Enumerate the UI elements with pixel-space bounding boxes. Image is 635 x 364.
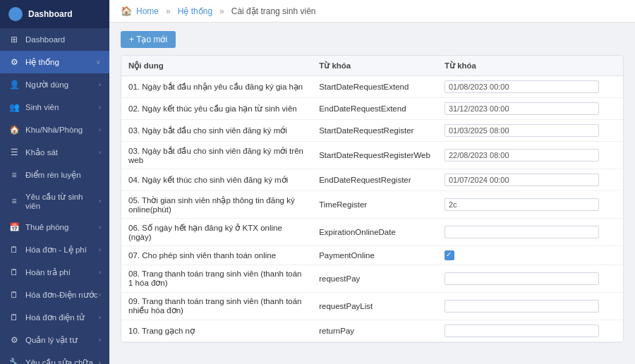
cell-noidung-6: 06. Số ngày hết hạn đăng ký ở KTX online… <box>121 219 312 246</box>
cell-tukhoa-9: requestPayList <box>312 293 437 320</box>
yeu-cau-sua-chua-chevron-icon: › <box>99 359 101 364</box>
thue-phong-icon: 📅 <box>8 222 20 233</box>
sidebar-item-diem-ren-luyen[interactable]: ≡Điểm rèn luyện <box>0 164 109 186</box>
table-body: 01. Ngày bắt đầu nhận yêu cầu đăng ký gi… <box>121 76 623 342</box>
cell-value-5 <box>437 191 623 219</box>
sidebar-item-hoa-don-dien-nuoc[interactable]: 🗒Hóa đơn-Điện nước› <box>0 284 109 306</box>
hoa-don-le-phi-chevron-icon: › <box>99 246 101 253</box>
cell-value-3 <box>437 142 623 169</box>
sidebar-item-dashboard[interactable]: ⊞Dashboard <box>0 28 109 51</box>
cell-noidung-4: 04. Ngày kết thúc cho sinh viên đăng ký … <box>121 169 312 191</box>
sidebar-item-label-hoan-tra-phi: Hoàn trả phí <box>25 267 71 277</box>
cell-value-6 <box>437 219 623 246</box>
sinh-vien-chevron-icon: › <box>99 104 101 111</box>
khu-nha-phong-icon: 🏠 <box>8 124 20 135</box>
sidebar-item-label-sinh-vien: Sinh viên <box>25 103 59 111</box>
content-area: + Tạo mới Nội dung Từ khóa Từ khóa 01. N… <box>109 23 635 364</box>
sidebar-item-thue-phong[interactable]: 📅Thuê phòng› <box>0 216 109 238</box>
table-row: 03. Ngày bắt đầu cho sinh viên đăng ký m… <box>121 120 623 142</box>
checkbox-7[interactable] <box>445 250 454 260</box>
khao-sat-icon: ☰ <box>8 147 20 158</box>
col-header-tukhoa1: Từ khóa <box>312 56 437 76</box>
value-input-3[interactable] <box>445 149 599 162</box>
value-input-6[interactable] <box>445 226 599 238</box>
cell-noidung-9: 09. Trang thanh toán trang sinh viên (th… <box>121 293 312 320</box>
table-row: 05. Thời gian sinh viên nhập thông tin đ… <box>121 191 623 219</box>
sidebar-item-yeu-cau-sv[interactable]: ≡Yêu cầu từ sinh viên› <box>0 186 109 216</box>
home-icon: 🏠 <box>121 6 132 16</box>
cell-noidung-8: 08. Trang thanh toán trang sinh viên (th… <box>121 265 312 293</box>
khu-nha-phong-chevron-icon: › <box>99 126 101 133</box>
sidebar-item-khao-sat[interactable]: ☰Khảo sát› <box>0 141 109 164</box>
table-row: 10. Trang gạch nợreturnPay <box>121 320 623 342</box>
sidebar: Dashboard ⊞Dashboard⚙Hệ thống∨👤Người dùn… <box>0 0 109 364</box>
sidebar-item-label-nguoi-dung: Người dùng <box>25 80 68 90</box>
sidebar-logo-label: Dashboard <box>28 9 73 19</box>
sidebar-item-label-dashboard: Dashboard <box>25 35 65 44</box>
cell-tukhoa-7: PaymentOnline <box>312 246 437 265</box>
cell-tukhoa-5: TimeRegister <box>312 191 437 219</box>
breadcrumb-system[interactable]: Hệ thống <box>178 6 212 16</box>
quan-ly-vat-tu-chevron-icon: › <box>99 336 101 344</box>
col-header-tukhoa2: Từ khóa <box>437 56 623 76</box>
yeu-cau-sv-icon: ≡ <box>8 195 20 207</box>
logo-icon <box>8 7 23 21</box>
cell-tukhoa-10: returnPay <box>312 320 437 342</box>
value-input-5[interactable] <box>445 198 599 211</box>
create-button[interactable]: + Tạo mới <box>121 31 176 48</box>
settings-table-container: Nội dung Từ khóa Từ khóa 01. Ngày bắt đầ… <box>121 55 624 343</box>
cell-noidung-2: 03. Ngày bắt đầu cho sinh viên đăng ký m… <box>121 120 312 142</box>
value-input-8[interactable] <box>445 272 599 285</box>
breadcrumb-home[interactable]: Home <box>136 6 159 16</box>
sidebar-item-label-quan-ly-vat-tu: Quản lý vật tư <box>25 335 78 345</box>
sinh-vien-icon: 👥 <box>8 102 20 113</box>
sidebar-item-yeu-cau-sua-chua[interactable]: 🔧Yêu cầu sửa chữa› <box>0 351 109 364</box>
sidebar-item-hoan-tra-phi[interactable]: 🗒Hoàn trả phí› <box>0 261 109 284</box>
checkbox-cell-7 <box>445 250 616 260</box>
sidebar-item-hoa-don-le-phi[interactable]: 🗒Hóa đơn - Lệ phí› <box>0 238 109 261</box>
cell-tukhoa-2: StartDateRequestRegister <box>312 120 437 142</box>
table-row: 08. Trang thanh toán trang sinh viên (th… <box>121 265 623 293</box>
value-input-9[interactable] <box>445 300 599 313</box>
value-input-2[interactable] <box>445 124 599 137</box>
cell-value-9 <box>437 293 623 320</box>
sidebar-item-hoa-don-dien-tu[interactable]: 🗒Hoá đơn điện tử› <box>0 306 109 329</box>
sidebar-item-label-hoa-don-dien-nuoc: Hóa đơn-Điện nước <box>25 290 98 300</box>
sidebar-item-quan-ly-vat-tu[interactable]: ⚙Quản lý vật tư› <box>0 329 109 351</box>
sidebar-item-he-thong[interactable]: ⚙Hệ thống∨ <box>0 51 109 73</box>
settings-table: Nội dung Từ khóa Từ khóa 01. Ngày bắt đầ… <box>121 56 623 342</box>
hoa-don-le-phi-icon: 🗒 <box>8 244 20 255</box>
cell-noidung-3: 03. Ngày bắt đầu cho sinh viên đăng ký m… <box>121 142 312 169</box>
hoan-tra-phi-chevron-icon: › <box>99 269 101 276</box>
cell-tukhoa-0: StartDateRequestExtend <box>312 76 437 98</box>
table-row: 01. Ngày bắt đầu nhận yêu cầu đăng ký gi… <box>121 76 623 98</box>
table-row: 06. Số ngày hết hạn đăng ký ở KTX online… <box>121 219 623 246</box>
hoa-don-dien-nuoc-icon: 🗒 <box>8 289 20 301</box>
value-input-4[interactable] <box>445 174 599 186</box>
cell-tukhoa-1: EndDateRequestExtend <box>312 98 437 120</box>
value-input-1[interactable] <box>445 102 599 115</box>
sidebar-item-khu-nha-phong[interactable]: 🏠Khu/Nhà/Phòng› <box>0 119 109 141</box>
cell-noidung-7: 07. Cho phép sinh viên thanh toán online <box>121 246 312 265</box>
breadcrumb-page: Cài đặt trang sinh viên <box>231 6 316 16</box>
breadcrumb-sep2: » <box>219 6 224 16</box>
sidebar-item-nguoi-dung[interactable]: 👤Người dùng› <box>0 73 109 96</box>
sidebar-item-sinh-vien[interactable]: 👥Sinh viên› <box>0 96 109 119</box>
cell-noidung-1: 02. Ngày kết thúc yêu cầu gia hạn từ sin… <box>121 98 312 120</box>
diem-ren-luyen-icon: ≡ <box>8 169 20 181</box>
cell-value-8 <box>437 265 623 293</box>
value-input-10[interactable] <box>445 324 599 337</box>
topbar: 🏠 Home » Hệ thống » Cài đặt trang sinh v… <box>109 0 635 23</box>
table-row: 09. Trang thanh toán trang sinh viên (th… <box>121 293 623 320</box>
cell-tukhoa-6: ExpirationOnlineDate <box>312 219 437 246</box>
nguoi-dung-chevron-icon: › <box>99 81 101 88</box>
table-header: Nội dung Từ khóa Từ khóa <box>121 56 623 76</box>
khao-sat-chevron-icon: › <box>99 149 101 156</box>
value-input-0[interactable] <box>445 80 599 93</box>
yeu-cau-sv-chevron-icon: › <box>99 198 101 205</box>
cell-noidung-0: 01. Ngày bắt đầu nhận yêu cầu đăng ký gi… <box>121 76 312 98</box>
dashboard-icon: ⊞ <box>8 34 20 45</box>
col-header-noidung: Nội dung <box>121 56 312 76</box>
hoan-tra-phi-icon: 🗒 <box>8 267 20 278</box>
sidebar-item-label-hoa-don-le-phi: Hóa đơn - Lệ phí <box>25 245 87 255</box>
